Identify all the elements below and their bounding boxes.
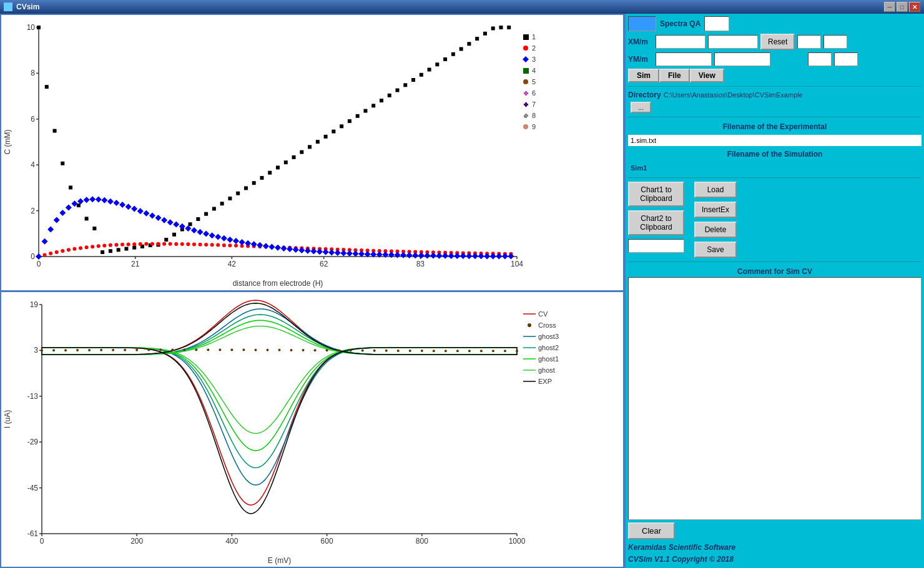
chart1-clipboard-button[interactable]: Chart1 toClipboard bbox=[628, 182, 684, 207]
insertex-button[interactable]: InsertEx bbox=[694, 202, 737, 218]
app-icon bbox=[4, 2, 12, 11]
chart1-canvas bbox=[1, 15, 623, 291]
file-buttons: Load InsertEx Delete Save bbox=[694, 182, 737, 258]
copyright: Keramidas Scientific Software CVSim V1.1… bbox=[628, 542, 922, 566]
spectra-controls: 5 Spectra QA 1 bbox=[628, 16, 922, 31]
bottom-bar: Clear Keramidas Scientific Software CVSi… bbox=[628, 522, 922, 566]
chart2-clipboard-button[interactable]: Chart2 toClipboard bbox=[628, 210, 684, 235]
save-button[interactable]: Save bbox=[694, 242, 737, 258]
spectra-input[interactable]: 5 bbox=[628, 16, 656, 31]
exp-filename: 1.sim.txt bbox=[631, 137, 656, 144]
view-menu[interactable]: View bbox=[690, 69, 724, 82]
chart2-container bbox=[1, 292, 623, 567]
copyright-line2: CVSim V1.1 Copyright © 2018 bbox=[628, 554, 922, 566]
directory-row: Directory C:\Users\Anastasios\Desktop\CV… bbox=[628, 91, 922, 99]
comment-textarea[interactable] bbox=[628, 277, 922, 520]
window-controls[interactable]: ─ □ ✕ bbox=[884, 2, 920, 12]
chart1-container bbox=[1, 15, 623, 292]
maximize-button[interactable]: □ bbox=[897, 2, 908, 12]
spectra-qa-label: Spectra QA bbox=[660, 19, 700, 28]
comment-header: Comment for Sim CV bbox=[628, 266, 922, 277]
ym-row: YM/m 18.6948716 -61.295531 4 5 bbox=[628, 52, 922, 66]
divider1 bbox=[628, 86, 922, 87]
reset-button[interactable]: Reset bbox=[760, 34, 795, 50]
charts-area bbox=[0, 14, 624, 568]
divider3 bbox=[628, 177, 922, 178]
comment-section: Comment for Sim CV bbox=[628, 266, 922, 520]
exp-filename-header: Filename of the Experimental bbox=[628, 121, 922, 132]
sim-filename-display: Sim1 bbox=[628, 162, 922, 174]
xm-row: XM/m 1000 0 Reset 2 3 bbox=[628, 34, 922, 50]
sim-menu[interactable]: Sim bbox=[628, 69, 659, 82]
copyright-line1: Keramidas Scientific Software bbox=[628, 542, 922, 554]
ym-value1[interactable]: 18.6948716 bbox=[656, 52, 712, 66]
divider2 bbox=[628, 117, 922, 117]
delete-button[interactable]: Delete bbox=[694, 222, 737, 238]
load-button[interactable]: Load bbox=[694, 182, 737, 198]
chart-buttons: Chart1 toClipboard Chart2 toClipboard 4 bbox=[628, 182, 684, 253]
exp-filename-display: 1.sim.txt bbox=[628, 135, 922, 146]
sim-filename: Sim1 bbox=[631, 164, 647, 172]
title-bar: CVsim ─ □ ✕ bbox=[0, 0, 924, 14]
right-panel: 5 Spectra QA 1 XM/m 1000 0 Reset 2 3 YM/… bbox=[624, 14, 924, 568]
window-title: CVsim bbox=[16, 2, 39, 11]
minimize-button[interactable]: ─ bbox=[884, 2, 895, 12]
ym-value2[interactable]: -61.295531 bbox=[714, 52, 770, 66]
directory-path: C:\Users\Anastasios\Desktop\CVSimExample bbox=[664, 91, 922, 99]
chart2-canvas bbox=[1, 292, 623, 567]
qa-input[interactable]: 1 bbox=[704, 16, 729, 31]
xm-label: XM/m bbox=[628, 37, 653, 46]
menu-bar: Sim File View bbox=[628, 69, 922, 82]
xm-value2[interactable]: 0 bbox=[708, 35, 758, 49]
divider4 bbox=[628, 262, 922, 262]
browse-button[interactable]: ... bbox=[631, 102, 651, 113]
xm-value4[interactable]: 3 bbox=[823, 35, 847, 49]
action-area: Chart1 toClipboard Chart2 toClipboard 4 … bbox=[628, 182, 922, 258]
ym-label: YM/m bbox=[628, 55, 653, 64]
sim-filename-header: Filename of the Simulation bbox=[628, 149, 922, 160]
ym-value3[interactable]: 4 bbox=[808, 52, 832, 66]
close-button[interactable]: ✕ bbox=[909, 2, 920, 12]
xm-value3[interactable]: 2 bbox=[797, 35, 821, 49]
directory-label: Directory bbox=[628, 91, 661, 99]
ym-value4[interactable]: 5 bbox=[834, 52, 858, 66]
xm-value1[interactable]: 1000 bbox=[656, 35, 705, 49]
file-menu[interactable]: File bbox=[659, 69, 690, 82]
num-field[interactable]: 4 bbox=[628, 239, 684, 253]
clear-button[interactable]: Clear bbox=[628, 522, 675, 539]
